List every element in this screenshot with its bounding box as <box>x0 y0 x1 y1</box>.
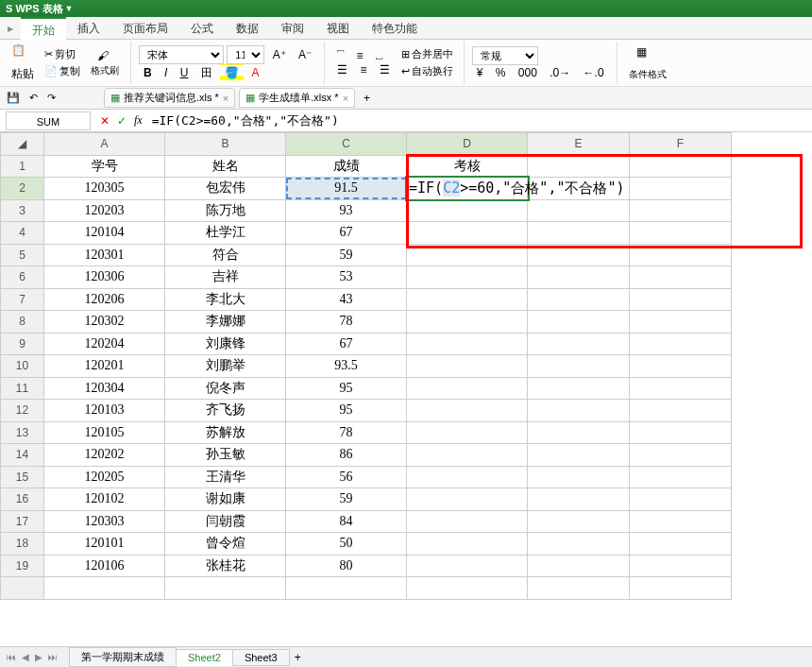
save-button[interactable]: 💾 <box>4 91 23 105</box>
row-head-12[interactable]: 12 <box>1 400 44 422</box>
cell-D6[interactable] <box>407 266 528 289</box>
cell-F8[interactable] <box>630 311 732 334</box>
cell-A18[interactable]: 120101 <box>44 533 165 556</box>
fx-button[interactable]: fx <box>130 113 146 128</box>
menu-data[interactable]: 数据 <box>225 17 270 40</box>
spreadsheet-grid[interactable]: ◢ A B C D E F 1学号姓名成绩考核2120305包宏伟91.5=IF… <box>0 132 732 600</box>
cell-A7[interactable]: 120206 <box>44 288 165 311</box>
menu-feature[interactable]: 特色功能 <box>361 17 429 40</box>
menu-review[interactable]: 审阅 <box>270 17 315 40</box>
cell-D1[interactable]: 考核 <box>407 155 528 178</box>
cell-C18[interactable]: 50 <box>286 533 407 556</box>
cell-E12[interactable] <box>528 400 630 422</box>
underline-button[interactable]: U <box>176 64 194 81</box>
menu-view[interactable]: 视图 <box>315 17 361 40</box>
menu-page-layout[interactable]: 页面布局 <box>111 17 179 40</box>
cell-E1[interactable] <box>528 155 630 178</box>
cell-E7[interactable] <box>528 288 630 311</box>
cell-E6[interactable] <box>528 266 630 289</box>
cell-B6[interactable]: 吉祥 <box>165 266 286 289</box>
cell-B12[interactable]: 齐飞扬 <box>165 400 286 422</box>
row-head-9[interactable]: 9 <box>1 333 44 355</box>
cell-D10[interactable] <box>407 355 528 378</box>
cell-F13[interactable] <box>630 421 732 444</box>
close-icon[interactable]: × <box>343 93 348 104</box>
format-painter-button[interactable]: 🖌 格式刷 <box>87 47 123 79</box>
cell-D19[interactable] <box>407 555 528 577</box>
cell-E3[interactable] <box>528 199 630 222</box>
cell-C13[interactable]: 78 <box>286 421 407 444</box>
cell-F10[interactable] <box>630 355 732 378</box>
col-head-C[interactable]: C <box>286 133 407 156</box>
row-head-6[interactable]: 6 <box>1 266 44 289</box>
font-name-select[interactable]: 宋体 <box>139 45 224 64</box>
decrease-decimal-button[interactable]: ←.0 <box>579 64 609 81</box>
cell-B17[interactable]: 闫朝霞 <box>165 510 286 533</box>
cell-D11[interactable] <box>407 377 528 400</box>
cell-B18[interactable]: 曾令煊 <box>165 533 286 556</box>
row-head-11[interactable]: 11 <box>1 377 44 400</box>
cell-A9[interactable]: 120204 <box>44 333 165 355</box>
cell-D8[interactable] <box>407 311 528 334</box>
cell-F6[interactable] <box>630 266 732 289</box>
fill-color-button[interactable]: 🪣 <box>220 64 244 81</box>
cell-F5[interactable] <box>630 244 732 266</box>
cell-D3[interactable] <box>407 199 528 222</box>
cell-E11[interactable] <box>528 377 630 400</box>
cell-B10[interactable]: 刘鹏举 <box>165 355 286 378</box>
cell-A5[interactable]: 120301 <box>44 244 165 266</box>
row-head-15[interactable]: 15 <box>1 466 44 488</box>
cell-B14[interactable]: 孙玉敏 <box>165 444 286 467</box>
cell-B4[interactable]: 杜学江 <box>165 222 286 245</box>
cell-D17[interactable] <box>407 510 528 533</box>
cell-E19[interactable] <box>528 555 630 577</box>
row-head-16[interactable]: 16 <box>1 488 44 511</box>
select-all-corner[interactable]: ◢ <box>1 133 44 156</box>
paste-button[interactable]: 📋 粘贴 <box>8 42 38 84</box>
border-button[interactable]: 田 <box>196 64 217 81</box>
file-menu-icon[interactable]: ▸ <box>0 22 21 35</box>
row-head-5[interactable]: 5 <box>1 244 44 266</box>
bold-button[interactable]: B <box>139 64 157 81</box>
formula-confirm-button[interactable]: ✓ <box>113 114 130 128</box>
cell-F2[interactable] <box>630 178 732 200</box>
font-size-select[interactable]: 11 <box>227 45 264 64</box>
first-sheet-button[interactable]: ⏮ <box>4 652 19 662</box>
formula-cancel-button[interactable]: ✕ <box>96 114 113 128</box>
comma-button[interactable]: 000 <box>514 64 542 81</box>
row-head-17[interactable]: 17 <box>1 510 44 533</box>
cell-A1[interactable]: 学号 <box>44 155 165 178</box>
last-sheet-button[interactable]: ⏭ <box>45 652 60 662</box>
copy-button[interactable]: 📄复制 <box>42 63 83 79</box>
cell-E17[interactable] <box>528 510 630 533</box>
cell-B8[interactable]: 李娜娜 <box>165 311 286 334</box>
col-head-F[interactable]: F <box>630 133 732 156</box>
row-head-3[interactable]: 3 <box>1 199 44 222</box>
undo-button[interactable]: ↶ <box>26 91 41 105</box>
cell-C8[interactable]: 78 <box>286 311 407 334</box>
cell-F16[interactable] <box>630 488 732 511</box>
menu-formula[interactable]: 公式 <box>179 17 225 40</box>
row-head-1[interactable]: 1 <box>1 155 44 178</box>
cell-B3[interactable]: 陈万地 <box>165 199 286 222</box>
row-head-10[interactable]: 10 <box>1 355 44 378</box>
cell-E15[interactable] <box>528 466 630 488</box>
cell-B11[interactable]: 倪冬声 <box>165 377 286 400</box>
cell-F3[interactable] <box>630 199 732 222</box>
auto-wrap-button[interactable]: ↩自动换行 <box>398 63 456 79</box>
cell-E4[interactable] <box>528 222 630 245</box>
cell-F14[interactable] <box>630 444 732 467</box>
cell-F15[interactable] <box>630 466 732 488</box>
cut-button[interactable]: ✂剪切 <box>42 46 83 62</box>
sheet-tab-0[interactable]: 第一学期期末成绩 <box>69 647 177 667</box>
row-head-7[interactable]: 7 <box>1 288 44 311</box>
cell-C4[interactable]: 67 <box>286 222 407 245</box>
cell-B5[interactable]: 符合 <box>165 244 286 266</box>
col-head-A[interactable]: A <box>44 133 165 156</box>
redo-button[interactable]: ↷ <box>44 91 59 105</box>
cell-D14[interactable] <box>407 444 528 467</box>
row-head-13[interactable]: 13 <box>1 421 44 444</box>
cell-C19[interactable]: 80 <box>286 555 407 577</box>
doc-tab-0[interactable]: ▦ 推荐关键词信息.xls * × <box>104 88 235 108</box>
cell-D18[interactable] <box>407 533 528 556</box>
